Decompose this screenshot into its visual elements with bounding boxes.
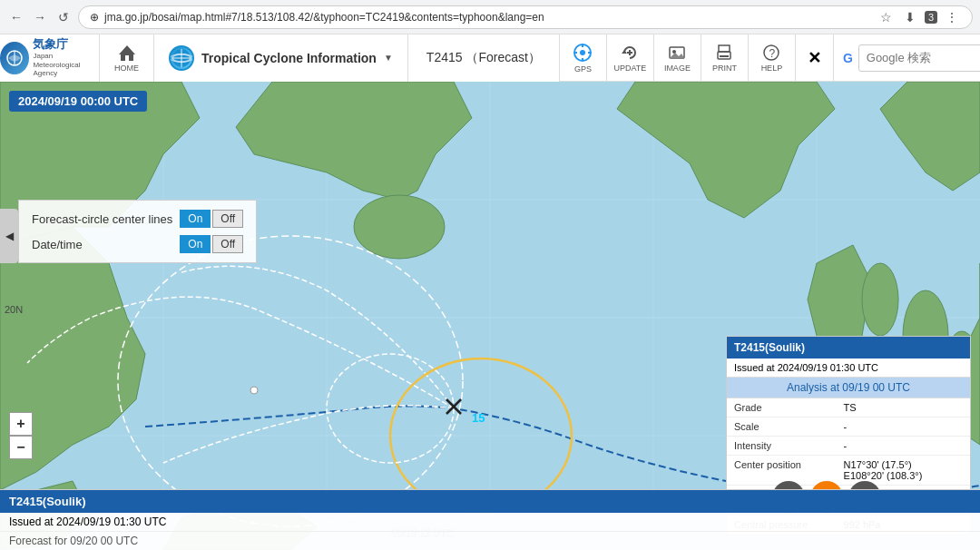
svg-marker-18 — [670, 53, 684, 58]
bottom-popup-forecast: Forecast for 09/20 00 UTC — [0, 532, 980, 550]
jma-acronym: 気象庁 — [33, 37, 99, 52]
menu-icon[interactable]: ⋮ — [943, 8, 961, 26]
svg-point-17 — [672, 50, 676, 54]
back-button[interactable]: ← — [7, 8, 25, 26]
update-label: UPDATE — [613, 64, 646, 73]
reload-button[interactable]: ↺ — [54, 8, 73, 26]
typhoon-info-button[interactable]: Tropical Cyclone Information ▼ — [154, 34, 408, 82]
scale-label: Scale — [727, 417, 837, 437]
svg-marker-13 — [622, 50, 627, 54]
forecast-tab[interactable]: T2415 （Forecast） — [408, 34, 560, 82]
jma-icon — [0, 42, 29, 74]
zoom-out-button[interactable]: − — [9, 436, 33, 459]
grade-label: Grade — [727, 398, 837, 417]
search-box: G — [834, 34, 980, 82]
google-logo: G — [843, 51, 853, 65]
bottom-popup: T2415(Soulik) Issued at 2024/09/19 01:30… — [0, 489, 980, 550]
google-search-input[interactable] — [858, 44, 980, 72]
timestamp-badge: 2024/09/19 00:00 UTC — [9, 91, 147, 112]
svg-text:15: 15 — [472, 411, 485, 425]
typhoon-info-label: Tropical Cyclone Information — [201, 51, 377, 65]
svg-text:?: ? — [769, 46, 776, 59]
image-icon — [668, 44, 686, 62]
print-icon — [715, 44, 733, 62]
home-icon — [117, 44, 137, 62]
datetime-toggle: On Off — [180, 235, 243, 253]
update-button[interactable]: UPDATE — [607, 34, 654, 82]
forecast-circle-control: Forecast-circle center lines On Off — [32, 210, 243, 228]
forecast-circle-on-button[interactable]: On — [180, 210, 211, 228]
home-label: HOME — [114, 64, 139, 73]
secure-icon: ⊕ — [90, 11, 99, 24]
svg-rect-21 — [720, 55, 729, 57]
svg-rect-19 — [719, 45, 730, 52]
print-button[interactable]: PRINT — [701, 34, 749, 82]
home-button[interactable]: HOME — [100, 34, 154, 82]
zoom-controls: + − — [9, 412, 33, 459]
bottom-popup-title: T2415(Soulik) — [0, 490, 980, 513]
help-label: HELP — [761, 64, 783, 73]
update-icon — [621, 44, 639, 62]
svg-text:20N: 20N — [5, 304, 23, 315]
svg-point-51 — [250, 387, 258, 394]
url-bar[interactable]: ⊕ jma.go.jp/bosai/map.html#7/18.513/108.… — [78, 5, 973, 29]
gps-icon — [573, 43, 593, 63]
help-button[interactable]: ? HELP — [749, 34, 796, 82]
bookmark-icon[interactable]: ☆ — [877, 8, 896, 26]
table-row-grade: Grade TS — [727, 398, 970, 417]
table-row-intensity: Intensity - — [727, 437, 970, 456]
image-button[interactable]: IMAGE — [654, 34, 701, 82]
bottom-popup-issued: Issued at 2024/09/19 01:30 UTC — [0, 513, 980, 532]
gps-button[interactable]: GPS — [560, 34, 607, 82]
forecast-circle-off-button[interactable]: Off — [212, 210, 243, 228]
x-logo-icon: ✕ — [808, 48, 821, 68]
download-icon[interactable]: ⬇ — [901, 8, 919, 26]
datetime-control: Date/time On Off — [32, 235, 243, 253]
gps-label: GPS — [574, 64, 592, 74]
forecast-circle-toggle: On Off — [180, 210, 243, 228]
svg-point-36 — [354, 195, 445, 259]
app-header: 気象庁 JapanMeteorological Agency HOME Trop… — [0, 34, 980, 82]
datetime-off-button[interactable]: Off — [212, 235, 243, 253]
zoom-in-button[interactable]: + — [9, 412, 33, 436]
svg-point-8 — [580, 50, 585, 55]
image-label: IMAGE — [664, 64, 691, 73]
grade-value: TS — [837, 398, 970, 417]
x-social-button[interactable]: ✕ — [796, 34, 834, 82]
map-container[interactable]: 15 09/19 12 UTC 09/20 00 UTC 09/21 00 UT… — [0, 82, 980, 550]
intensity-value: - — [837, 437, 970, 456]
toggle-arrow-icon: ◀ — [5, 230, 14, 242]
info-panel-analysis: Analysis at 09/19 00 UTC — [727, 378, 970, 398]
scale-value: - — [837, 417, 970, 437]
jma-logo: 気象庁 JapanMeteorological Agency — [0, 34, 100, 82]
toolbar-icons: GPS UPDATE IMAGE PRI — [560, 34, 980, 82]
print-label: PRINT — [712, 64, 737, 73]
url-text: jma.go.jp/bosai/map.html#7/18.513/108.42… — [104, 11, 872, 24]
browser-chrome: ← → ↺ ⊕ jma.go.jp/bosai/map.html#7/18.51… — [0, 0, 980, 34]
dropdown-arrow-icon: ▼ — [384, 53, 393, 63]
table-row-scale: Scale - — [727, 417, 970, 437]
info-panel-title: T2415(Soulik) — [727, 337, 970, 358]
forward-button[interactable]: → — [31, 8, 49, 26]
info-panel-issued: Issued at 2024/09/19 01:30 UTC — [727, 358, 970, 378]
jma-text: 気象庁 JapanMeteorological Agency — [33, 37, 99, 77]
controls-panel: Forecast-circle center lines On Off Date… — [18, 200, 257, 263]
svg-marker-2 — [119, 45, 135, 61]
sidebar-toggle-button[interactable]: ◀ — [0, 209, 18, 263]
forecast-tab-label: T2415 （Forecast） — [426, 50, 541, 66]
intensity-label: Intensity — [727, 437, 837, 456]
svg-point-4 — [172, 54, 191, 62]
datetime-label: Date/time — [32, 238, 172, 251]
forecast-circle-label: Forecast-circle center lines — [32, 212, 172, 226]
help-icon: ? — [762, 44, 780, 62]
tab-count: 3 — [925, 11, 937, 24]
svg-point-40 — [862, 263, 898, 336]
datetime-on-button[interactable]: On — [180, 235, 211, 253]
typhoon-globe-icon — [169, 45, 194, 71]
